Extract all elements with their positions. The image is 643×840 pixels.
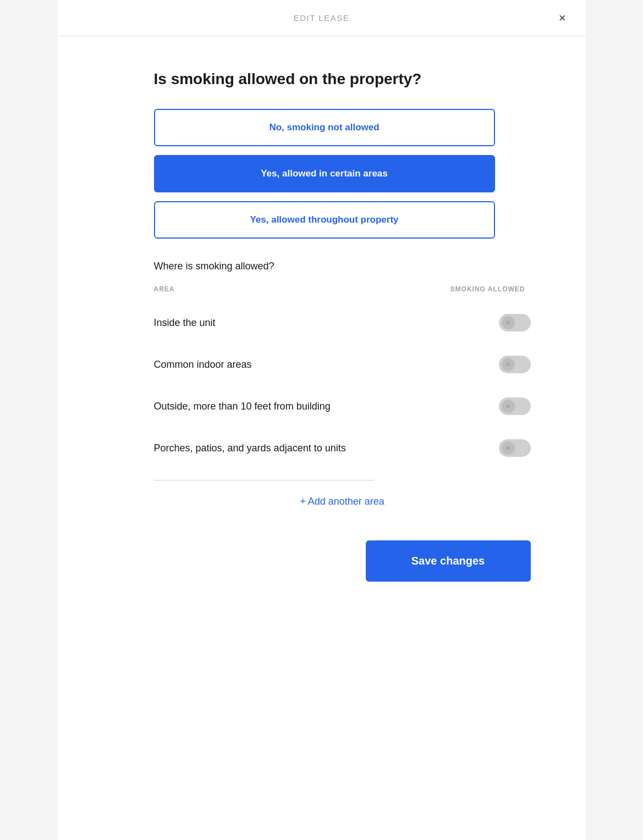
col-smoking-header: SMOKING ALLOWED — [450, 285, 531, 293]
toggle-porches[interactable] — [499, 439, 531, 457]
modal-header: EDIT LEASE × — [58, 0, 586, 36]
area-row-outside: Outside, more than 10 feet from building — [154, 385, 531, 427]
toggle-thumb-outside — [502, 400, 515, 413]
area-name-inside-unit: Inside the unit — [154, 316, 216, 330]
close-button[interactable]: × — [557, 10, 568, 26]
areas-table-header: AREA SMOKING ALLOWED — [154, 285, 531, 297]
divider — [154, 480, 374, 480]
option-certain-areas[interactable]: Yes, allowed in certain areas — [154, 155, 495, 192]
toggle-track-inside-unit — [499, 314, 531, 331]
toggle-common-indoor[interactable] — [499, 356, 531, 373]
question-title: Is smoking allowed on the property? — [154, 69, 531, 89]
modal-title: EDIT LEASE — [294, 13, 349, 23]
option-throughout[interactable]: Yes, allowed throughout property — [154, 201, 495, 239]
add-area-button[interactable]: + Add another area — [172, 496, 513, 507]
edit-lease-modal: EDIT LEASE × Is smoking allowed on the p… — [58, 0, 586, 840]
toggle-track-outside — [499, 397, 531, 415]
area-name-common-indoor: Common indoor areas — [154, 358, 252, 372]
toggle-track-common-indoor — [499, 356, 531, 373]
save-changes-button[interactable]: Save changes — [366, 540, 531, 582]
save-changes-section: Save changes — [154, 540, 531, 582]
area-name-outside: Outside, more than 10 feet from building — [154, 400, 331, 413]
area-row-inside-unit: Inside the unit — [154, 302, 531, 344]
option-no-smoking[interactable]: No, smoking not allowed — [154, 109, 495, 146]
toggle-outside[interactable] — [499, 397, 531, 415]
area-row-porches: Porches, patios, and yards adjacent to u… — [154, 427, 531, 469]
toggle-thumb-inside-unit — [502, 316, 515, 329]
col-area-header: AREA — [154, 285, 175, 293]
toggle-thumb-common-indoor — [502, 358, 515, 371]
area-name-porches: Porches, patios, and yards adjacent to u… — [154, 441, 346, 455]
toggle-inside-unit[interactable] — [499, 314, 531, 331]
smoking-areas-section: Where is smoking allowed? AREA SMOKING A… — [154, 261, 531, 507]
area-row-common-indoor: Common indoor areas — [154, 344, 531, 385]
toggle-thumb-porches — [502, 441, 515, 455]
modal-body: Is smoking allowed on the property? No, … — [58, 36, 586, 615]
toggle-track-porches — [499, 439, 531, 457]
where-label: Where is smoking allowed? — [154, 261, 531, 272]
